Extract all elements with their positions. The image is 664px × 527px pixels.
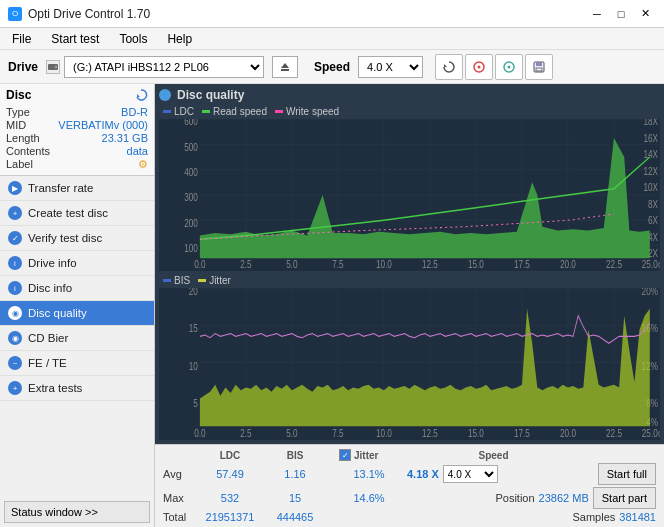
svg-text:0.0: 0.0 bbox=[194, 260, 205, 271]
svg-text:600: 600 bbox=[184, 119, 198, 128]
speed-select[interactable]: 4.0 X bbox=[358, 56, 423, 78]
drive-icon bbox=[46, 60, 60, 74]
status-window-button[interactable]: Status window >> bbox=[4, 501, 150, 523]
panel-title-icon bbox=[159, 89, 171, 101]
create-disc-icon: + bbox=[8, 206, 22, 220]
drive-select[interactable]: (G:) ATAPI iHBS112 2 PL06 bbox=[64, 56, 264, 78]
nav-extra-tests[interactable]: + Extra tests bbox=[0, 376, 154, 401]
svg-text:GB: GB bbox=[658, 261, 660, 271]
position-label: Position bbox=[495, 492, 534, 504]
nav-cd-bier[interactable]: ◉ CD Bier bbox=[0, 326, 154, 351]
svg-marker-12 bbox=[137, 94, 140, 97]
svg-text:10: 10 bbox=[189, 359, 199, 372]
menu-start-test[interactable]: Start test bbox=[43, 30, 107, 48]
ldc-legend-dot bbox=[163, 110, 171, 113]
save-button[interactable] bbox=[525, 54, 553, 80]
top-chart-legend: LDC Read speed Write speed bbox=[159, 104, 660, 119]
verify-disc-icon: ✓ bbox=[8, 231, 22, 245]
panel-title: Disc quality bbox=[177, 88, 244, 102]
total-label: Total bbox=[163, 511, 195, 523]
jitter-checkbox[interactable] bbox=[339, 449, 351, 461]
drive-info-icon: i bbox=[8, 256, 22, 270]
disc-info-panel: Disc Type BD-R MID VERBATIMv (000) Lengt… bbox=[0, 84, 154, 176]
svg-text:300: 300 bbox=[184, 193, 198, 204]
avg-label: Avg bbox=[163, 468, 195, 480]
refresh-button[interactable] bbox=[435, 54, 463, 80]
svg-text:20%: 20% bbox=[642, 288, 659, 297]
svg-text:22.5: 22.5 bbox=[606, 260, 622, 271]
label-icon: ⚙ bbox=[138, 158, 148, 171]
svg-marker-4 bbox=[444, 64, 447, 67]
total-ldc: 21951371 bbox=[195, 511, 265, 523]
svg-text:2.5: 2.5 bbox=[240, 427, 251, 440]
svg-text:500: 500 bbox=[184, 142, 198, 153]
max-label: Max bbox=[163, 492, 195, 504]
menu-tools[interactable]: Tools bbox=[111, 30, 155, 48]
svg-text:25.0: 25.0 bbox=[642, 427, 658, 440]
right-panel: Disc quality LDC Read speed Wr bbox=[155, 84, 664, 527]
svg-text:10X: 10X bbox=[643, 182, 658, 193]
transfer-rate-icon: ▶ bbox=[8, 181, 22, 195]
max-ldc: 532 bbox=[195, 492, 265, 504]
menu-bar: File Start test Tools Help bbox=[0, 28, 664, 50]
minimize-button[interactable]: ─ bbox=[586, 5, 608, 23]
svg-text:17.5: 17.5 bbox=[514, 427, 530, 440]
nav-verify-test-disc[interactable]: ✓ Verify test disc bbox=[0, 226, 154, 251]
maximize-button[interactable]: □ bbox=[610, 5, 632, 23]
disc-quality-panel: Disc quality LDC Read speed Wr bbox=[155, 84, 664, 444]
svg-point-6 bbox=[478, 65, 481, 68]
menu-file[interactable]: File bbox=[4, 30, 39, 48]
svg-text:12.5: 12.5 bbox=[422, 260, 438, 271]
bottom-chart-svg: 20 15 10 5 20% 16% 12% 8% 4% bbox=[159, 288, 660, 440]
samples-label: Samples bbox=[572, 511, 615, 523]
disc-type-row: Type BD-R bbox=[6, 106, 148, 118]
svg-text:16X: 16X bbox=[643, 133, 658, 144]
svg-text:10.0: 10.0 bbox=[376, 260, 392, 271]
cd-icon-button[interactable] bbox=[465, 54, 493, 80]
nav-disc-quality[interactable]: ◉ Disc quality bbox=[0, 301, 154, 326]
svg-text:20: 20 bbox=[189, 288, 199, 297]
drive-label: Drive bbox=[8, 60, 38, 74]
start-full-button[interactable]: Start full bbox=[598, 463, 656, 485]
svg-text:15: 15 bbox=[189, 322, 198, 335]
nav-create-test-disc[interactable]: + Create test disc bbox=[0, 201, 154, 226]
svg-text:400: 400 bbox=[184, 167, 198, 178]
svg-text:12X: 12X bbox=[643, 166, 658, 177]
nav-fe-te[interactable]: ~ FE / TE bbox=[0, 351, 154, 376]
svg-text:12.5: 12.5 bbox=[422, 427, 438, 440]
avg-jitter: 13.1% bbox=[339, 468, 399, 480]
svg-text:15.0: 15.0 bbox=[468, 260, 484, 271]
title-bar: O Opti Drive Control 1.70 ─ □ ✕ bbox=[0, 0, 664, 28]
svg-text:0.0: 0.0 bbox=[194, 427, 206, 440]
disc-length-row: Length 23.31 GB bbox=[6, 132, 148, 144]
speed-label: Speed bbox=[314, 60, 350, 74]
speed-value: 4.18 X bbox=[407, 468, 439, 480]
svg-text:2.5: 2.5 bbox=[240, 260, 251, 271]
svg-text:22.5: 22.5 bbox=[606, 427, 622, 440]
refresh-disc-icon[interactable] bbox=[134, 88, 148, 102]
speed-select-stats[interactable]: 4.0 X bbox=[443, 465, 498, 483]
disc2-button[interactable] bbox=[495, 54, 523, 80]
nav-transfer-rate[interactable]: ▶ Transfer rate bbox=[0, 176, 154, 201]
total-bis: 444465 bbox=[265, 511, 325, 523]
disc-label-row: Label ⚙ bbox=[6, 158, 148, 171]
main-content: Disc Type BD-R MID VERBATIMv (000) Lengt… bbox=[0, 84, 664, 527]
svg-text:7.5: 7.5 bbox=[332, 260, 343, 271]
eject-button[interactable] bbox=[272, 56, 298, 78]
sidebar-nav: ▶ Transfer rate + Create test disc ✓ Ver… bbox=[0, 176, 154, 497]
svg-text:15.0: 15.0 bbox=[468, 427, 484, 440]
menu-help[interactable]: Help bbox=[159, 30, 200, 48]
close-button[interactable]: ✕ bbox=[634, 5, 656, 23]
max-jitter: 14.6% bbox=[339, 492, 399, 504]
bis-header: BIS bbox=[265, 450, 325, 461]
max-bis: 15 bbox=[265, 492, 325, 504]
jitter-checkbox-row: Jitter bbox=[339, 449, 378, 461]
nav-drive-info[interactable]: i Drive info bbox=[0, 251, 154, 276]
disc-info-icon: i bbox=[8, 281, 22, 295]
disc-quality-icon: ◉ bbox=[8, 306, 22, 320]
position-value: 23862 MB bbox=[539, 492, 589, 504]
start-part-button[interactable]: Start part bbox=[593, 487, 656, 509]
svg-text:6X: 6X bbox=[648, 215, 658, 226]
write-speed-legend-dot bbox=[275, 110, 283, 113]
nav-disc-info[interactable]: i Disc info bbox=[0, 276, 154, 301]
